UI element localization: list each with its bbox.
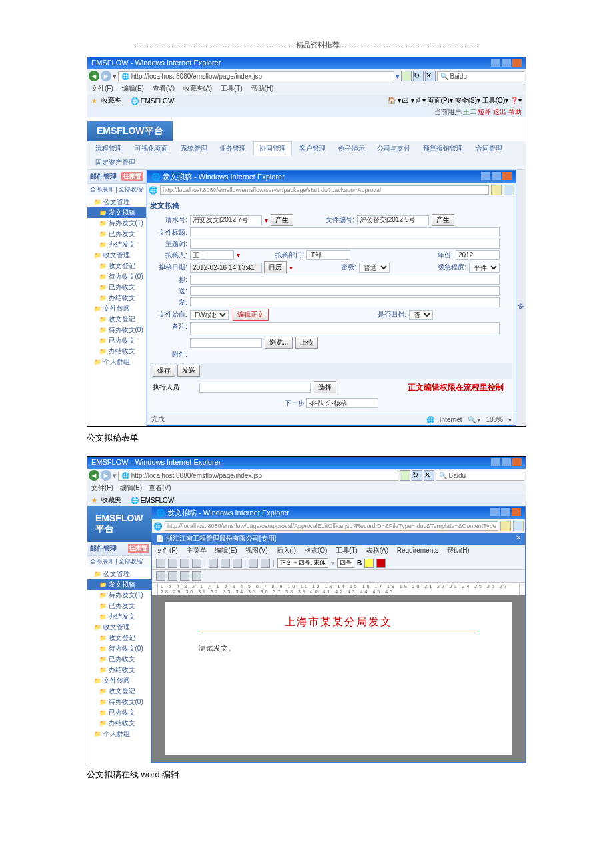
send-button[interactable]: 发送 bbox=[177, 365, 200, 377]
minimize-icon[interactable] bbox=[491, 59, 500, 67]
tree-file-circ[interactable]: 文件传阅 bbox=[87, 303, 146, 314]
copy-icon[interactable] bbox=[221, 559, 230, 568]
exec-input[interactable] bbox=[199, 383, 311, 393]
print-icon[interactable] bbox=[192, 559, 201, 568]
popup2-url[interactable] bbox=[165, 521, 498, 531]
popup-min-icon[interactable] bbox=[481, 172, 490, 180]
wmenu-view[interactable]: 视图(V) bbox=[245, 547, 267, 554]
menu-file[interactable]: 文件(F) bbox=[91, 85, 113, 92]
menu-fav[interactable]: 收藏夹(A) bbox=[183, 85, 212, 92]
wmenu-req[interactable]: Requirements bbox=[397, 547, 438, 554]
nav-pay[interactable]: 公司与支付 bbox=[372, 142, 416, 155]
wmenu-fmt[interactable]: 格式(O) bbox=[305, 547, 327, 554]
wmenu-file[interactable]: 文件(F) bbox=[156, 547, 178, 554]
wmenu-main[interactable]: 主菜单 bbox=[187, 547, 207, 554]
url2-field[interactable]: 🌐 http://localhost:8080/emsflow/page/ind… bbox=[118, 471, 398, 481]
zoom-ctl[interactable]: 🔍 ▾ bbox=[468, 416, 481, 423]
nav-biz[interactable]: 业务管理 bbox=[214, 142, 251, 155]
fontsize-select[interactable]: 四号 bbox=[337, 558, 354, 568]
dropdown-icon[interactable]: ▾ bbox=[113, 72, 117, 81]
compat-icon[interactable] bbox=[401, 71, 412, 81]
wmenu-help[interactable]: 帮助(H) bbox=[447, 547, 470, 554]
ie-tools-right[interactable]: 🏠 ▾ 🖂 ▾ ⎙ ▾ 页面(P)▾ 安全(S)▾ 工具(O)▾ ❓▾ bbox=[388, 96, 522, 105]
year-input[interactable] bbox=[456, 250, 500, 260]
maximize-icon[interactable] bbox=[502, 59, 511, 67]
docno-input[interactable] bbox=[357, 215, 429, 225]
help-link[interactable]: 帮助 bbox=[508, 108, 522, 115]
popup-max-icon[interactable] bbox=[492, 172, 501, 180]
verify-link[interactable]: 短评 bbox=[478, 108, 491, 115]
sidebar-ops[interactable]: 全部展开 | 全部收缩 bbox=[87, 184, 146, 195]
nav-flow[interactable]: 流程管理 bbox=[90, 142, 127, 155]
wmenu-ins[interactable]: 插入(I) bbox=[277, 547, 296, 554]
fontcolor-icon[interactable] bbox=[376, 559, 386, 568]
refresh-icon[interactable]: ↻ bbox=[413, 71, 424, 81]
tree-groups[interactable]: 个人群组 bbox=[87, 357, 146, 367]
close-icon[interactable] bbox=[512, 59, 522, 67]
from-input[interactable] bbox=[190, 297, 500, 307]
save-icon[interactable] bbox=[180, 559, 189, 568]
wmenu-edit[interactable]: 编辑(E) bbox=[215, 547, 237, 554]
tree-done-recv2[interactable]: 已办收文 bbox=[87, 335, 146, 346]
menu-help[interactable]: 帮助(H) bbox=[251, 85, 274, 92]
stop-icon[interactable]: ✕ bbox=[425, 71, 436, 81]
flow-input[interactable] bbox=[190, 215, 262, 225]
favorites-label[interactable]: 收藏夹 bbox=[101, 96, 121, 105]
open-icon[interactable] bbox=[168, 559, 177, 568]
nav-collab[interactable]: 协同管理 bbox=[253, 141, 292, 156]
back-icon[interactable]: ◄ bbox=[89, 71, 99, 81]
undo-icon[interactable] bbox=[249, 559, 258, 568]
next-step-input[interactable] bbox=[306, 398, 378, 408]
word-paper[interactable]: 上海市某某分局发文 测试发文。 bbox=[165, 602, 512, 755]
tree-fin-recv[interactable]: 办结收文 bbox=[87, 293, 146, 303]
nav-contract[interactable]: 合同管理 bbox=[470, 142, 508, 155]
archive-select[interactable]: 否 bbox=[409, 310, 433, 320]
to-input[interactable] bbox=[190, 275, 500, 285]
tree-doc-mgmt[interactable]: 公文管理 bbox=[87, 197, 146, 207]
select-exec-button[interactable]: 选择 bbox=[314, 381, 336, 393]
tree-fin-recv2[interactable]: 办结收文 bbox=[87, 346, 146, 357]
fav2-icon[interactable]: ★ bbox=[91, 497, 97, 504]
back2-icon[interactable]: ◄ bbox=[89, 470, 99, 481]
cc-input[interactable] bbox=[190, 286, 500, 296]
tree-draft[interactable]: 发文拟稿 bbox=[87, 207, 146, 218]
nav-budget[interactable]: 预算报销管理 bbox=[418, 142, 468, 155]
bold-button[interactable]: B bbox=[357, 559, 362, 567]
person-input[interactable] bbox=[190, 250, 234, 260]
url-field[interactable]: 🌐 http://localhost:8080/emsflow/page/ind… bbox=[118, 71, 394, 81]
tree-todo-recv2[interactable]: 待办收文(0) bbox=[87, 325, 146, 335]
tree-todo-send[interactable]: 待办发文(1) bbox=[87, 218, 146, 229]
edit-content-button[interactable]: 编辑正文 bbox=[233, 309, 269, 321]
wmenu-tool[interactable]: 工具(T) bbox=[336, 547, 358, 554]
wmenu-tbl[interactable]: 表格(A) bbox=[366, 547, 388, 554]
template-select[interactable]: FW模板 bbox=[190, 310, 229, 320]
popup-close-icon[interactable] bbox=[502, 172, 512, 180]
tree-done-send[interactable]: 已办发文 bbox=[87, 229, 146, 239]
dept-input[interactable] bbox=[306, 250, 350, 260]
search2-field[interactable]: 🔍 Baidu bbox=[436, 471, 524, 481]
urgency-select[interactable]: 平件 bbox=[469, 263, 500, 273]
min2-icon[interactable] bbox=[491, 458, 500, 466]
cut-icon[interactable] bbox=[209, 559, 218, 568]
gen-flow-button[interactable]: 产生 bbox=[271, 214, 293, 226]
tree-todo-recv[interactable]: 待办收文(0) bbox=[87, 271, 146, 282]
note-textarea[interactable] bbox=[190, 322, 500, 335]
forward-icon[interactable]: ► bbox=[101, 71, 111, 81]
browse-button[interactable]: 浏览... bbox=[265, 337, 293, 349]
gen-docno-button[interactable]: 产生 bbox=[432, 214, 454, 226]
close2-icon[interactable] bbox=[512, 458, 522, 466]
tree-recv-reg2[interactable]: 收文登记 bbox=[87, 314, 146, 325]
fwd2-icon[interactable]: ► bbox=[101, 470, 111, 481]
refresh2-icon[interactable]: ↻ bbox=[412, 470, 422, 481]
word-close-icon[interactable]: ✕ bbox=[516, 534, 521, 543]
max2-icon[interactable] bbox=[502, 458, 511, 466]
tree-recv-mgmt[interactable]: 收文管理 bbox=[87, 250, 146, 261]
paste-icon[interactable] bbox=[233, 559, 242, 568]
favorites-icon[interactable]: ★ bbox=[91, 97, 97, 105]
nav-sys[interactable]: 系统管理 bbox=[175, 142, 213, 155]
nav-demo[interactable]: 例子演示 bbox=[333, 142, 370, 155]
tree-done-recv[interactable]: 已办收文 bbox=[87, 282, 146, 293]
filetitle-input[interactable] bbox=[190, 227, 500, 237]
redo-icon[interactable] bbox=[261, 559, 270, 568]
go-dropdown-icon[interactable]: ▾ bbox=[396, 72, 400, 81]
